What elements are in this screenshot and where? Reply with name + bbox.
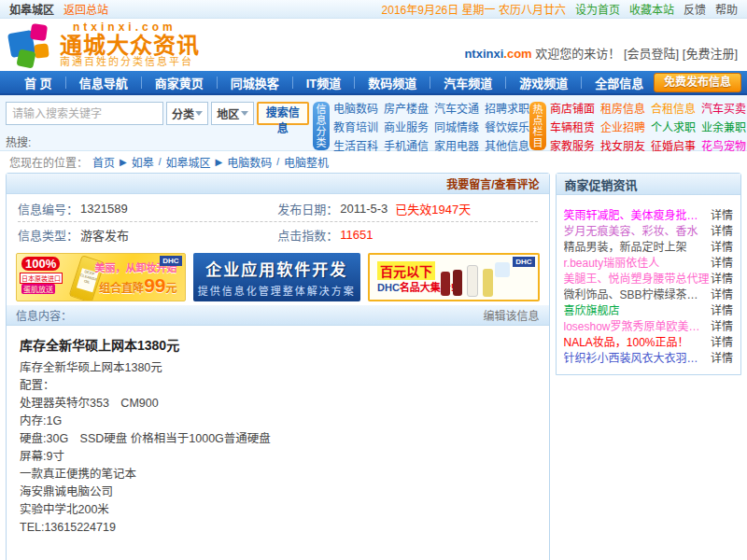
hot-link[interactable]: 合租信息 (651, 100, 696, 116)
promo-item-link[interactable]: 精品男装，新品定时上架 (564, 238, 687, 254)
edit-info-link[interactable]: 编辑该信息 (483, 307, 539, 323)
category-link[interactable]: 招聘求职 (485, 100, 529, 116)
hot-link[interactable]: 租房信息 (600, 100, 645, 116)
promo-item-link[interactable]: 美腿王、悦尚塑身腰带总代理 (564, 270, 710, 286)
promo-detail-link[interactable]: 详情 (711, 286, 733, 301)
promo-item: 喜欣旗舰店 详情 (564, 301, 734, 317)
content-line: 处理器英特尔353 CM900 (20, 395, 536, 413)
promo-item-link[interactable]: loseshow罗煞秀原单欧美复古.. (564, 317, 710, 333)
nav-it-channel[interactable]: IT频道 (293, 74, 355, 91)
content-line: 库存全新华硕上网本1380元 (20, 359, 536, 377)
hot-columns-tab[interactable]: 热点栏目 (529, 102, 546, 150)
promo-detail-link[interactable]: 详情 (711, 333, 733, 349)
software-ad-banner[interactable]: 企业应用软件开发 提供信息化管理整体解决方案 (193, 253, 361, 301)
info-category-tab[interactable]: 信息分类 (313, 102, 330, 150)
breadcrumb-link[interactable]: 如皋 (132, 154, 154, 170)
free-register-link[interactable]: [免费注册] (683, 47, 738, 61)
promo-item-link[interactable]: 笑雨轩减肥、美体瘦身批发专营 (564, 206, 710, 222)
listing-content: 库存全新华硕上网本1380元 库存全新华硕上网本1380元 配置： 处理器英特尔… (7, 326, 549, 537)
breadcrumb: 您现在的位置： 首页 ▶ 如皋 / 如皋城区 ▶ 电脑数码 / 电脑整机 (0, 151, 747, 172)
hot-link[interactable]: 征婚启事 (651, 137, 696, 153)
breadcrumb-link[interactable]: 首页 (92, 154, 115, 170)
nav-info-guide[interactable]: 信息导航 (66, 74, 141, 91)
nav-city-swap[interactable]: 同城换客 (218, 74, 292, 91)
category-link[interactable]: 其他信息 (485, 137, 529, 153)
hot-link[interactable]: 个人求职 (651, 119, 696, 134)
nav-yellow-pages[interactable]: 商家黄页 (142, 74, 217, 91)
feedback-link[interactable]: 反馈 (684, 1, 706, 17)
click-count-label: 点击指数： (277, 226, 338, 244)
content-bar-label: 信息内容： (16, 307, 72, 323)
site-header: ntxinxi.com 通城大众资讯 南通百姓的分类信息平台 ntxinxi.c… (0, 19, 747, 71)
site-logo[interactable]: ntxinxi.com 通城大众资讯 南通百姓的分类信息平台 (9, 21, 200, 67)
leave-comment-link[interactable]: 我要留言/查看评论 (446, 175, 539, 191)
hot-link[interactable]: 业余兼职 (701, 119, 746, 134)
category-link[interactable]: 商业服务 (384, 119, 429, 134)
nav-auto-channel[interactable]: 汽车频道 (430, 74, 505, 91)
ad-banner-row: 100% 日本原装进口 蛋肌放送 DEEP CLEANSING OIL 美丽，从… (7, 248, 549, 305)
promo-detail-link[interactable]: 详情 (711, 222, 733, 238)
promo-detail-link[interactable]: 详情 (711, 270, 733, 286)
hot-link[interactable]: 商店铺面 (550, 100, 595, 116)
hot-link[interactable]: 找女朋友 (600, 137, 645, 153)
free-post-button[interactable]: 免费发布信息 (654, 73, 741, 92)
promo-item-link[interactable]: 针织衫小西装风衣大衣羽绒服原单.. (564, 349, 710, 365)
promo-detail-link[interactable]: 详情 (711, 206, 733, 222)
category-link[interactable]: 汽车交通 (434, 100, 479, 116)
category-link[interactable]: 房产楼盘 (384, 100, 429, 116)
dhc-ad-banner-right[interactable]: 百元以下 DHC名品大集合! DHC (368, 253, 540, 301)
promo-item-link[interactable]: r.beauty瑞丽依佳人 (564, 254, 660, 270)
category-link[interactable]: 餐饮娱乐 (485, 119, 529, 134)
dhc-import-label: 日本原装进口 (20, 273, 63, 284)
info-id-value: 1321589 (80, 202, 128, 216)
nav-home[interactable]: 首 页 (11, 74, 65, 91)
promo-detail-link[interactable]: 详情 (711, 301, 733, 317)
hot-link[interactable]: 花鸟宠物 (701, 137, 746, 153)
dhc-ad-banner-left[interactable]: 100% 日本原装进口 蛋肌放送 DEEP CLEANSING OIL 美丽，从… (16, 253, 186, 301)
promo-detail-link[interactable]: 详情 (711, 238, 733, 254)
site-slogan: 南通百姓的分类信息平台 (60, 57, 200, 68)
nav-game-channel[interactable]: 游戏频道 (506, 74, 581, 91)
hot-link[interactable]: 车辆租赁 (550, 119, 595, 134)
add-favorite-link[interactable]: 收藏本站 (629, 1, 674, 17)
breadcrumb-link[interactable]: 电脑整机 (284, 154, 329, 170)
category-link[interactable]: 家用电器 (434, 137, 479, 153)
promo-detail-link[interactable]: 详情 (711, 349, 733, 365)
category-link[interactable]: 同城情缘 (434, 119, 479, 134)
promo-item: loseshow罗煞秀原单欧美复古.. 详情 (564, 317, 734, 333)
breadcrumb-link[interactable]: 电脑数码 (227, 154, 272, 170)
nav-digital-channel[interactable]: 数码频道 (355, 74, 430, 91)
category-link[interactable]: 手机通信 (384, 137, 429, 153)
category-select[interactable]: 分类 (166, 102, 208, 125)
search-input[interactable] (6, 102, 163, 125)
listing-meta: 信息编号： 1321589 发布日期： 2011-5-3 已失效1947天 信息… (7, 194, 549, 248)
return-main-site-link[interactable]: 返回总站 (63, 1, 108, 17)
dhc-promo-label: 蛋肌放送 (21, 284, 55, 294)
nav-all-info[interactable]: 全部信息 (582, 74, 656, 91)
promo-item: 美腿王、悦尚塑身腰带总代理 详情 (564, 270, 734, 286)
category-link[interactable]: 电脑数码 (333, 100, 378, 116)
hot-link[interactable]: 企业招聘 (600, 119, 645, 134)
breadcrumb-link[interactable]: 如皋城区 (166, 154, 211, 170)
hot-link[interactable]: 汽车买卖 (701, 100, 746, 116)
help-link[interactable]: 帮助 (715, 1, 738, 17)
date-label: 2016年9月26日 星期一 农历八月廿六 (382, 1, 566, 17)
listing-panel-header: 我要留言/查看评论 (7, 174, 549, 194)
content-line: 硬盘:30G SSD硬盘 价格相当于1000G普通硬盘 (20, 430, 536, 448)
promo-detail-link[interactable]: 详情 (711, 317, 733, 333)
category-links: 电脑数码 房产楼盘 汽车交通 招聘求职 教育培训 商业服务 同城情缘 餐饮娱乐 … (333, 102, 526, 150)
content-line: 一款真正便携的笔记本 (20, 466, 536, 483)
category-link[interactable]: 生活百科 (333, 137, 378, 153)
promo-item-link[interactable]: 喜欣旗舰店 (564, 301, 620, 317)
promo-item-link[interactable]: 岁月无痕美容、彩妆、香水 (564, 222, 698, 238)
promo-item-link[interactable]: NALA妆品，100%正品！ (564, 333, 689, 349)
promo-detail-link[interactable]: 详情 (711, 254, 733, 270)
dhc-price-line: 组合直降99元 (99, 274, 176, 297)
category-link[interactable]: 教育培训 (333, 119, 378, 134)
hot-link[interactable]: 家教服务 (550, 137, 595, 153)
region-select[interactable]: 地区 (211, 102, 253, 125)
promo-item-link[interactable]: 微利饰品、SBB柠檬绿茶喜客多 (564, 286, 710, 301)
set-homepage-link[interactable]: 设为首页 (575, 1, 620, 17)
search-button[interactable]: 搜索信息 (257, 102, 309, 125)
member-login-link[interactable]: [会员登陆] (624, 47, 679, 61)
